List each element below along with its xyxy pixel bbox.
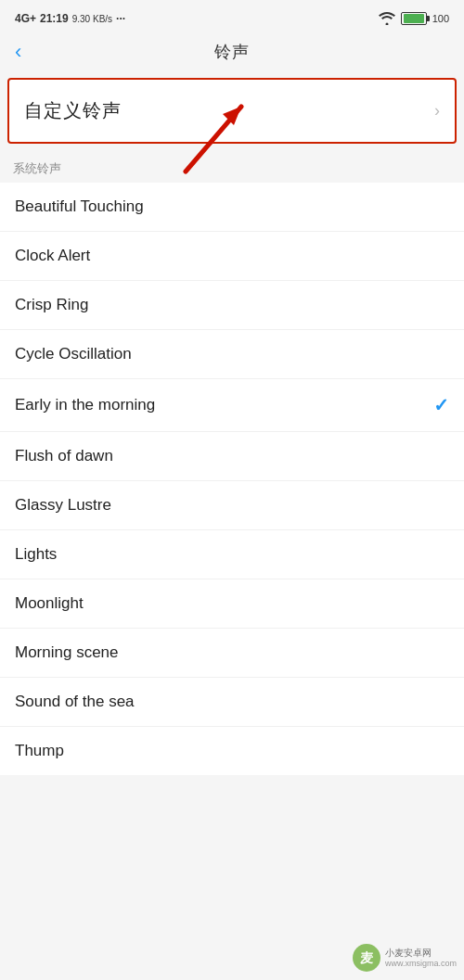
battery-tip: [427, 16, 430, 21]
ringtone-name: Thump: [15, 742, 64, 760]
signal-indicator: 4G+: [15, 12, 36, 25]
section-label: 系统铃声: [0, 155, 464, 183]
status-right: 100: [379, 12, 449, 25]
watermark: 麦 小麦安卓网 www.xmsigma.com: [352, 943, 457, 973]
list-item[interactable]: Clock Alert: [0, 232, 464, 281]
ringtone-name: Clock Alert: [15, 247, 90, 265]
dots-indicator: ···: [116, 12, 125, 25]
list-item[interactable]: Flush of dawn: [0, 432, 464, 481]
battery-percent: 100: [432, 13, 449, 24]
list-item-selected[interactable]: Early in the morning ✓: [0, 379, 464, 432]
list-item[interactable]: Morning scene: [0, 629, 464, 678]
chevron-right-icon: ›: [434, 101, 440, 121]
list-item[interactable]: Glassy Lustre: [0, 481, 464, 530]
ringtone-name: Sound of the sea: [15, 693, 135, 711]
list-item[interactable]: Cycle Oscillation: [0, 330, 464, 379]
time-display: 21:19: [40, 12, 69, 25]
battery-container: 100: [401, 12, 449, 25]
ringtone-name: Beautiful Touching: [15, 197, 144, 216]
list-item[interactable]: Beautiful Touching: [0, 183, 464, 232]
ringtone-name: Cycle Oscillation: [15, 345, 132, 363]
data-speed: 9.30 KB/s: [72, 14, 112, 24]
custom-ringtone-row[interactable]: 自定义铃声 ›: [9, 80, 455, 142]
check-mark-icon: ✓: [433, 394, 449, 416]
list-item[interactable]: Moonlight: [0, 579, 464, 629]
list-item[interactable]: Lights: [0, 530, 464, 579]
custom-ringtone-label: 自定义铃声: [24, 98, 122, 123]
header: ‹ 铃声: [0, 33, 464, 74]
watermark-logo: 麦: [352, 943, 381, 973]
watermark-text: 小麦安卓网 www.xmsigma.com: [385, 947, 457, 970]
status-left: 4G+ 21:19 9.30 KB/s ···: [15, 12, 125, 25]
ringtone-name: Flush of dawn: [15, 447, 113, 465]
custom-ringtone-section: 自定义铃声 ›: [7, 78, 457, 144]
wifi-icon: [379, 12, 395, 25]
ringtone-list: Beautiful Touching Clock Alert Crisp Rin…: [0, 183, 464, 775]
ringtone-name: Lights: [15, 545, 57, 564]
ringtone-name: Glassy Lustre: [15, 496, 111, 515]
back-button[interactable]: ‹: [15, 42, 21, 62]
battery-fill: [404, 14, 424, 23]
list-item[interactable]: Thump: [0, 727, 464, 775]
list-item[interactable]: Sound of the sea: [0, 678, 464, 727]
list-item[interactable]: Crisp Ring: [0, 281, 464, 330]
ringtone-name: Morning scene: [15, 643, 119, 662]
ringtone-name: Crisp Ring: [15, 296, 88, 314]
ringtone-name: Early in the morning: [15, 396, 155, 414]
svg-text:麦: 麦: [360, 950, 374, 965]
status-bar: 4G+ 21:19 9.30 KB/s ··· 100: [0, 0, 464, 33]
ringtone-name: Moonlight: [15, 594, 84, 613]
page-title: 铃声: [214, 41, 250, 63]
